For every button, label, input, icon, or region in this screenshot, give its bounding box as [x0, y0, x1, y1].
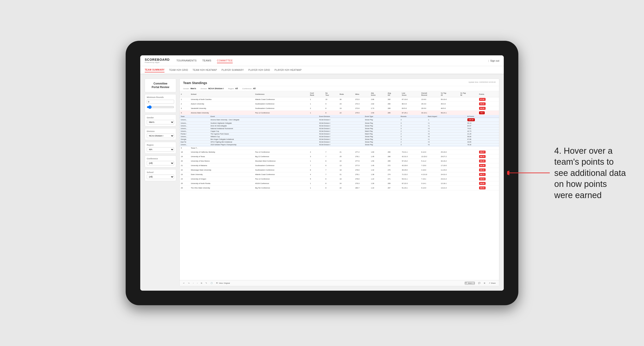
table-row[interactable]: 26 The Ohio State University Big Ten Con…: [180, 186, 499, 190]
exp-event: Copper Cup: [210, 130, 318, 133]
table-row[interactable]: 21 University of Alabama Southeastern Co…: [180, 163, 499, 168]
exp-team: Univers...: [180, 135, 210, 138]
min-rounds-slider[interactable]: [147, 104, 174, 110]
points-cell[interactable]: 93.31: [478, 102, 499, 106]
table-row[interactable]: 22 Mississippi State University Southeas…: [180, 168, 499, 172]
table-row[interactable]: 4 Arizona State University Pac-12 Confer…: [180, 111, 499, 115]
exp-div: NCAA Division I: [318, 144, 364, 146]
exp-rank-impact: +0: [427, 144, 466, 146]
exp-rounds: 3: [400, 144, 427, 146]
table-row[interactable]: 20 University of New Mexico Mountain Wes…: [180, 159, 499, 163]
overall: 13-9-0: [420, 97, 440, 102]
share-button[interactable]: ↗ Share: [489, 282, 496, 284]
grid-button[interactable]: ⊞: [484, 282, 485, 284]
vs25: 58-24-1: [440, 111, 459, 115]
table-row[interactable]: 5 Texas T...: [180, 146, 499, 150]
sub-nav-player-summary[interactable]: PLAYER SUMMARY: [222, 68, 244, 72]
min-rounds-input[interactable]: [147, 100, 174, 104]
points-cell[interactable]: 88.48: [478, 163, 499, 168]
table-row[interactable]: 23 Duke University Atlantic Coast Confer…: [180, 172, 499, 177]
sub-nav-team-summary[interactable]: TEAM SUMMARY: [145, 68, 164, 72]
exp-rank-impact: +1: [427, 138, 466, 141]
conference-select[interactable]: (All): [147, 161, 174, 165]
points-cell[interactable]: 97.02: [478, 97, 499, 102]
exp-w-points: 84.97: [466, 125, 499, 127]
exp-rounds: 3: [400, 122, 427, 125]
update-time: Update time: 13/03/2024 10:03:42: [468, 81, 496, 83]
exp-rounds: 2: [400, 130, 427, 133]
table-row[interactable]: 19 University of Texas Big 12 Conference…: [180, 154, 499, 159]
filter-conf-label: Conference:: [242, 88, 252, 90]
exp-type: Match Play: [364, 130, 400, 133]
th-points: Points: [478, 91, 499, 97]
tablet-device: SCOREBOARD Powered by clippd TOURNAMENTS…: [126, 41, 518, 305]
sub-nav-player-h2h-heatmap[interactable]: PLAYER H2H HEATMAP: [274, 68, 302, 72]
exp-rank-impact: +1: [427, 122, 466, 125]
points-cell[interactable]: [478, 146, 499, 150]
rnds: 23: [338, 102, 354, 106]
sign-out-link[interactable]: Sign out: [490, 59, 499, 62]
back-button[interactable]: ‹: [193, 282, 194, 284]
points-cell[interactable]: 88.07: [478, 150, 499, 154]
vs50: [459, 106, 478, 111]
table-row[interactable]: 18 University of California, Berkeley Pa…: [180, 150, 499, 154]
undo-button[interactable]: ↩: [183, 282, 185, 284]
points-cell[interactable]: 88.94: [478, 186, 499, 190]
no-tour: 8: [324, 106, 338, 111]
sub-nav-team-h2h-heatmap[interactable]: TEAM H2H HEATMAP: [192, 68, 217, 72]
forward-button[interactable]: ›: [197, 282, 198, 284]
table-row[interactable]: 3 Vanderbilt University Southeastern Con…: [180, 106, 499, 111]
app-logo: SCOREBOARD: [145, 58, 170, 61]
filter-region: Region: All: [228, 87, 238, 90]
exp-event: Southern Highlands Collegiate: [210, 122, 318, 125]
exp-type: Stroke Play: [364, 144, 400, 146]
tablet-screen: SCOREBOARD Powered by clippd TOURNAMENTS…: [140, 55, 504, 291]
points-cell[interactable]: 88.41: [478, 168, 499, 172]
points-cell[interactable]: 88.71: [478, 172, 499, 177]
th-wins: Wins: [354, 91, 370, 97]
sub-nav-team-h2h-grid[interactable]: TEAM H2H GRID: [169, 68, 188, 72]
edit-icon: ✎: [206, 282, 207, 284]
gender-label: Gender: [147, 117, 174, 119]
points-cell[interactable]: 88.70: [478, 154, 499, 159]
table-row[interactable]: 2 Auburn University Southeastern Confere…: [180, 102, 499, 106]
copy-button[interactable]: ⧉: [201, 282, 202, 284]
points-cell[interactable]: 88.54: [478, 177, 499, 181]
school-select[interactable]: (All): [147, 174, 174, 179]
filter-gender: Gender: Men's: [183, 87, 196, 90]
nav-committee[interactable]: COMMITTEE: [217, 58, 233, 63]
exp-event: National Invitational Tournament: [210, 127, 318, 130]
rank: 4: [180, 111, 190, 115]
clock-button[interactable]: 🕐: [210, 282, 213, 284]
filter-gender-label: Gender:: [183, 88, 190, 90]
wins: 272.6: [354, 106, 370, 111]
gender-select[interactable]: Men's Women's: [147, 120, 174, 124]
min-rounds-label: Minimum Rounds: [147, 96, 174, 98]
filter-division: Division: NCAA Division I: [200, 87, 224, 90]
exp-event: Arizona State University - Celo Collegia…: [210, 118, 318, 122]
low-score: 67-10-0: [401, 97, 420, 102]
points-cell[interactable]: 79.5: [478, 111, 499, 115]
division-select[interactable]: NCAA Division I NCAA Division II NCAA Di…: [147, 134, 174, 138]
exp-type: Match Play: [364, 133, 400, 135]
sub-nav-player-h2h-grid[interactable]: PLAYER H2H GRID: [248, 68, 270, 72]
data-table-wrapper: # School Conference ConfRank NoTour Rnds…: [180, 91, 499, 280]
view-original-button[interactable]: 👁 View: Original: [216, 282, 230, 284]
region-select[interactable]: N/A East West: [147, 147, 174, 152]
list-item: Univers... 2023 Sahalee Players Champion…: [180, 144, 499, 146]
table-row[interactable]: 24 University of Oregon Pac-12 Conferenc…: [180, 177, 499, 181]
exp-div: NCAA Division I: [318, 118, 364, 122]
vs25: 35-4-0: [440, 102, 459, 106]
redo-button[interactable]: ↪: [188, 282, 190, 284]
points-cell[interactable]: 88.49: [478, 159, 499, 163]
watch-button[interactable]: 👁 Watch ▾: [465, 282, 474, 285]
conf-rank: 1: [309, 102, 324, 106]
edit-button[interactable]: ✎: [206, 282, 207, 284]
table-row[interactable]: 1 University of North Carolina Atlantic …: [180, 97, 499, 102]
points-cell[interactable]: 90.20: [478, 106, 499, 111]
nav-teams[interactable]: TEAMS: [202, 58, 211, 63]
table-row[interactable]: 25 University of North Florida ASUN Conf…: [180, 181, 499, 186]
points-cell[interactable]: 88.89: [478, 181, 499, 186]
nav-tournaments[interactable]: TOURNAMENTS: [176, 58, 196, 63]
comment-button[interactable]: 💬: [478, 282, 480, 284]
